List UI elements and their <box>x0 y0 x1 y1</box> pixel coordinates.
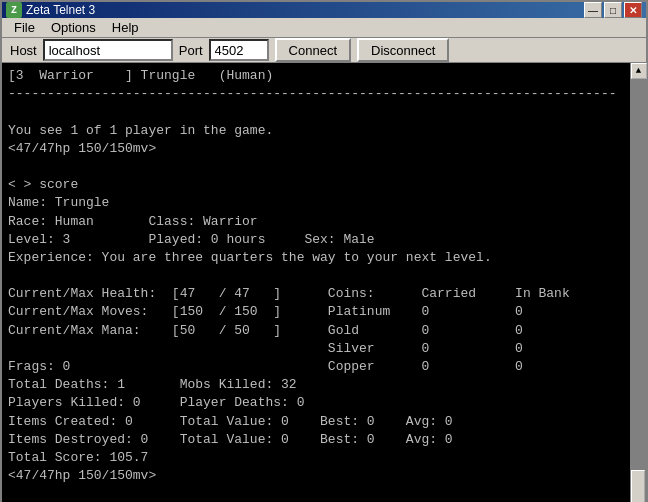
terminal-output: [3 Warrior ] Trungle (Human) -----------… <box>2 63 630 502</box>
menu-file[interactable]: File <box>6 18 43 37</box>
title-bar: Z Zeta Telnet 3 — □ ✕ <box>2 2 646 18</box>
scroll-track <box>631 79 646 502</box>
menu-help[interactable]: Help <box>104 18 147 37</box>
host-label: Host <box>10 43 37 58</box>
scroll-thumb[interactable] <box>631 470 645 502</box>
window-controls: — □ ✕ <box>584 2 642 18</box>
connect-button[interactable]: Connect <box>275 38 351 62</box>
terminal-container: [3 Warrior ] Trungle (Human) -----------… <box>2 63 646 502</box>
disconnect-button[interactable]: Disconnect <box>357 38 449 62</box>
close-button[interactable]: ✕ <box>624 2 642 18</box>
port-label: Port <box>179 43 203 58</box>
toolbar: Host Port Connect Disconnect <box>2 38 646 63</box>
scroll-up-button[interactable]: ▲ <box>631 63 647 79</box>
port-input[interactable] <box>209 39 269 61</box>
menu-options[interactable]: Options <box>43 18 104 37</box>
scrollbar: ▲ ▼ <box>630 63 646 502</box>
main-window: Z Zeta Telnet 3 — □ ✕ File Options Help … <box>0 0 648 502</box>
window-title: Zeta Telnet 3 <box>26 3 584 17</box>
maximize-button[interactable]: □ <box>604 2 622 18</box>
menu-bar: File Options Help <box>2 18 646 38</box>
app-icon: Z <box>6 2 22 18</box>
host-input[interactable] <box>43 39 173 61</box>
minimize-button[interactable]: — <box>584 2 602 18</box>
